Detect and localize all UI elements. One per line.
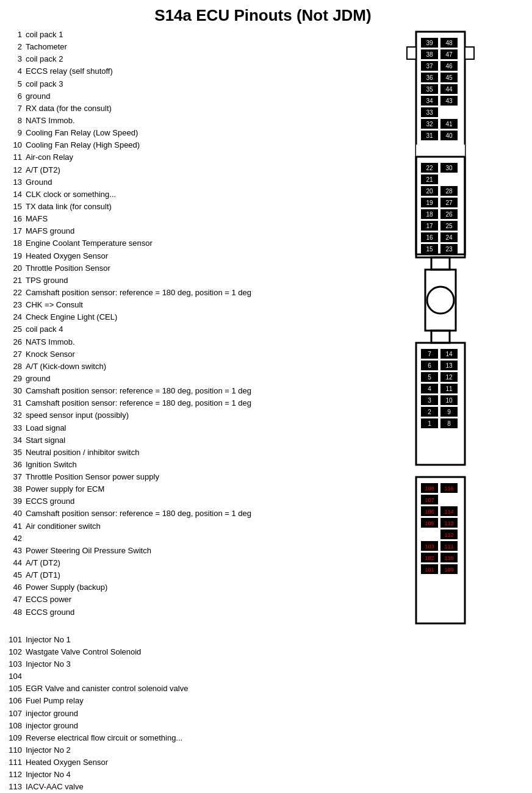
svg-text:109: 109 — [444, 567, 453, 573]
pin-row — [6, 622, 398, 634]
pin-row: 4ECCS relay (self shutoff) — [6, 65, 398, 77]
pin-row: 110Injector No 2 — [6, 744, 398, 756]
svg-text:33: 33 — [426, 109, 433, 116]
pin-number: 4 — [6, 65, 26, 77]
pin-description: injector ground — [26, 720, 398, 732]
pin-row: 7RX data (for the consult) — [6, 102, 398, 115]
pin-number: 37 — [6, 471, 26, 483]
pin-number: 104 — [6, 670, 26, 683]
pin-number: 1 — [6, 29, 26, 41]
svg-rect-72 — [431, 331, 450, 343]
pin-number: 30 — [6, 385, 26, 397]
pin-description: Throttle Position Sensor — [26, 262, 398, 274]
pin-number: 35 — [6, 447, 26, 459]
svg-text:103: 103 — [425, 544, 434, 550]
pin-number: 34 — [6, 434, 26, 447]
pin-row: 41Air conditioner switch — [6, 520, 398, 533]
svg-text:32: 32 — [426, 121, 433, 127]
pin-row: 107injector ground — [6, 708, 398, 720]
pin-row: 104 — [6, 670, 398, 683]
pin-number: 39 — [6, 495, 26, 508]
pin-row: 109Reverse electrical flow circuit or so… — [6, 732, 398, 744]
pin-number: 20 — [6, 262, 26, 274]
pin-row: 30Camshaft position sensor: reference = … — [6, 385, 398, 397]
pin-number: 17 — [6, 225, 26, 237]
pin-row: 27Knock Sensor — [6, 348, 398, 361]
pin-description: Camshaft position sensor: reference = 18… — [26, 508, 398, 520]
pin-number: 107 — [6, 708, 26, 720]
svg-text:37: 37 — [426, 63, 433, 70]
pin-row: 23CHK => Consult — [6, 299, 398, 311]
svg-rect-69 — [431, 257, 450, 270]
svg-text:16: 16 — [426, 234, 433, 241]
pin-number: 41 — [6, 520, 26, 533]
pin-description: Heated Oxygen Sensor — [26, 250, 398, 262]
pin-number: 46 — [6, 581, 26, 594]
pin-description: ECCS ground — [26, 495, 398, 508]
pin-row: 22Camshaft position sensor: reference = … — [6, 287, 398, 299]
pin-row: 24Check Engine Light (CEL) — [6, 311, 398, 323]
pin-description: Start signal — [26, 434, 398, 447]
pin-row: 15TX data link (for consult) — [6, 201, 398, 213]
svg-text:105: 105 — [425, 520, 434, 526]
svg-text:107: 107 — [425, 497, 434, 503]
pin-row: 5coil pack 3 — [6, 78, 398, 90]
pin-number: 108 — [6, 720, 26, 732]
pin-row: 10Cooling Fan Relay (High Speed) — [6, 139, 398, 151]
pin-number: 101 — [6, 634, 26, 646]
pin-description: Injector No 2 — [26, 744, 398, 756]
pin-description — [26, 533, 398, 545]
svg-text:36: 36 — [426, 74, 433, 81]
pin-description: MAFS — [26, 213, 398, 225]
pin-number: 14 — [6, 188, 26, 201]
svg-text:14: 14 — [445, 351, 453, 357]
pin-number: 36 — [6, 459, 26, 471]
svg-text:114: 114 — [444, 509, 453, 515]
svg-text:46: 46 — [445, 63, 453, 70]
svg-text:17: 17 — [426, 223, 433, 229]
pin-number: 28 — [6, 361, 26, 373]
svg-text:4: 4 — [428, 386, 431, 392]
pin-row: 3coil pack 2 — [6, 53, 398, 65]
pin-number: 22 — [6, 287, 26, 299]
page-title: S14a ECU Pinouts (Not JDM) — [0, 6, 532, 25]
pin-row: 16MAFS — [6, 213, 398, 225]
pin-row: 29ground — [6, 373, 398, 385]
svg-text:18: 18 — [426, 211, 433, 218]
pin-description: Air conditioner switch — [26, 520, 398, 533]
pin-row: 39ECCS ground — [6, 495, 398, 508]
pin-description: NATS Immob. — [26, 115, 398, 127]
pin-number: 44 — [6, 557, 26, 569]
svg-text:6: 6 — [428, 362, 431, 369]
pin-number: 9 — [6, 127, 26, 139]
pin-number: 110 — [6, 744, 26, 756]
svg-text:102: 102 — [425, 555, 434, 561]
pin-row: 42 — [6, 533, 398, 545]
pin-row: 44A/T (DT2) — [6, 557, 398, 569]
pin-number: 21 — [6, 274, 26, 287]
svg-text:111: 111 — [444, 544, 453, 550]
pin-description: Cooling Fan Relay (Low Speed) — [26, 127, 398, 139]
pin-number: 5 — [6, 78, 26, 90]
svg-text:106: 106 — [425, 509, 434, 515]
connector-diagram: 39 48 38 47 37 46 36 45 35 44 — [404, 29, 526, 793]
svg-text:47: 47 — [445, 51, 453, 58]
pin-number: 111 — [6, 756, 26, 769]
pin-description: ECCS power — [26, 594, 398, 606]
pin-number: 11 — [6, 151, 26, 163]
pin-row: 28A/T (Kick-down switch) — [6, 361, 398, 373]
pin-row: 112Injector No 4 — [6, 769, 398, 781]
pin-row: 31Camshaft position sensor: reference = … — [6, 397, 398, 409]
svg-text:24: 24 — [445, 234, 453, 241]
pin-description: Injector No 3 — [26, 658, 398, 670]
pin-row: 38Power supply for ECM — [6, 483, 398, 495]
pin-row: 20Throttle Position Sensor — [6, 262, 398, 274]
svg-text:44: 44 — [445, 86, 453, 93]
pin-description: coil pack 2 — [26, 53, 398, 65]
pin-row: 18Engine Coolant Temperature sensor — [6, 237, 398, 249]
pin-description: CHK => Consult — [26, 299, 398, 311]
svg-text:40: 40 — [445, 132, 453, 139]
pin-description: Neutral position / inhibitor switch — [26, 447, 398, 459]
svg-text:8: 8 — [447, 420, 451, 427]
svg-text:101: 101 — [425, 567, 434, 573]
